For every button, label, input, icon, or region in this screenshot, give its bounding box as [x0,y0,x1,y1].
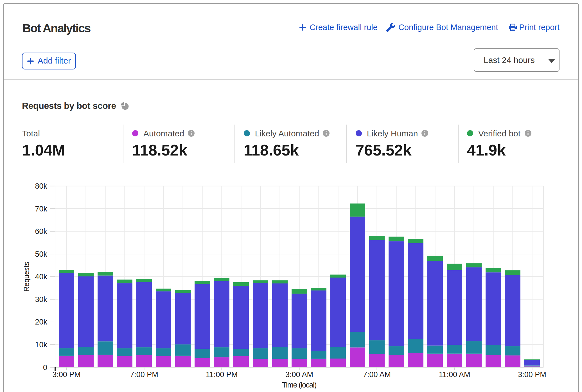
svg-text:Requests: Requests [22,262,30,292]
svg-text:50k: 50k [35,250,47,258]
svg-text:0: 0 [43,363,47,372]
svg-text:60k: 60k [35,227,47,236]
svg-text:30k: 30k [35,295,47,304]
svg-text:80k: 80k [35,182,47,190]
svg-text:7:00 AM: 7:00 AM [363,370,391,379]
svg-text:20k: 20k [35,318,47,326]
svg-text:10k: 10k [35,341,47,349]
svg-text:11:00 PM: 11:00 PM [206,370,238,379]
svg-text:3:00 PM: 3:00 PM [52,370,81,379]
svg-text:3:00 AM: 3:00 AM [285,370,313,379]
svg-text:70k: 70k [35,205,47,213]
svg-text:11:00 AM: 11:00 AM [439,370,470,379]
svg-text:7:00 PM: 7:00 PM [130,370,158,379]
svg-text:Time (local): Time (local) [282,381,317,389]
svg-text:40k: 40k [35,272,47,281]
svg-text:3:00 PM: 3:00 PM [518,370,546,379]
